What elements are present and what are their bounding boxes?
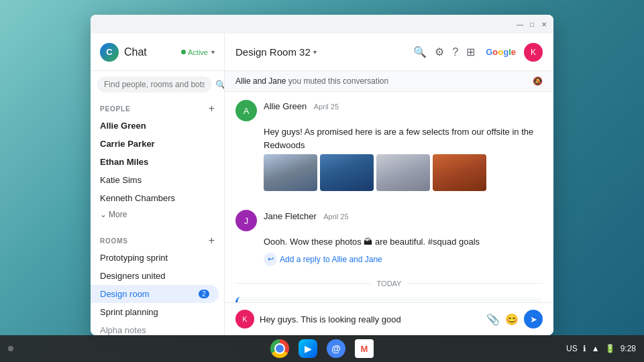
person-name-katie: Katie Sims (100, 175, 142, 185)
reply-arrow-icon: ↩ (264, 253, 277, 266)
search-input[interactable] (97, 76, 211, 93)
chevron-more-icon: ⌄ (100, 210, 107, 219)
sender-info-allie: Allie Green April 25 (264, 100, 339, 112)
play-store-icon[interactable]: ▶ (299, 339, 317, 358)
wifi-icon: ▲ (592, 344, 600, 353)
photo-4[interactable] (433, 154, 486, 191)
room-name-prototyping: Prototyping sprint (100, 253, 168, 263)
room-name-text: Design Room 32 (235, 46, 311, 58)
sidebar-header: C Chat Active ▾ (91, 34, 224, 71)
launcher-icon[interactable] (8, 346, 13, 351)
room-name: Design Room 32 ▾ (235, 46, 317, 58)
message-group-allie: A Allie Green April 25 Hey guys! As prom… (225, 92, 553, 202)
message-input[interactable] (260, 314, 481, 324)
messages-area[interactable]: Allie and Jane you muted this conversati… (225, 71, 553, 302)
emoji-icon[interactable]: 😊 (505, 313, 519, 326)
gmail-icon[interactable]: M (355, 339, 374, 358)
room-chevron-icon[interactable]: ▾ (313, 48, 317, 56)
send-button[interactable]: ➤ (524, 310, 543, 328)
status-label: Active (188, 48, 208, 56)
window-chrome: — □ ✕ (91, 15, 553, 34)
photo-3[interactable] (376, 154, 430, 191)
app-window: — □ ✕ C Chat Active ▾ 🔍 PE (91, 15, 553, 335)
maximize-button[interactable]: □ (528, 20, 536, 28)
app-body: C Chat Active ▾ 🔍 PEOPLE + Allie Green (91, 34, 553, 335)
updated-banner: Updated 2 min ago (235, 297, 543, 303)
network-icon: ℹ (583, 344, 586, 353)
input-actions: 📎 😊 ➤ (486, 310, 543, 328)
sender-name-allie: Allie Green (264, 101, 307, 111)
sidebar-item-katie[interactable]: Katie Sims (91, 171, 219, 189)
add-room-button[interactable]: + (209, 235, 215, 246)
reply-label: Add a reply (280, 255, 321, 264)
search-header-icon[interactable]: 🔍 (413, 46, 427, 58)
photos-row (264, 154, 543, 191)
avatar-jane: J (235, 210, 257, 231)
sender-name-jane: Jane Fletcher (264, 211, 317, 221)
grid-icon[interactable]: ⊞ (466, 46, 475, 58)
room-name-alpha: Alpha notes (100, 325, 146, 335)
sidebar-item-carrie[interactable]: Carrie Parker (91, 135, 219, 153)
message-sender-row-jane: J Jane Fletcher April 25 (235, 210, 543, 231)
sidebar: C Chat Active ▾ 🔍 PEOPLE + Allie Green (91, 34, 225, 335)
search-bar: 🔍 (91, 71, 224, 98)
sender-info-jane: Jane Fletcher April 25 (264, 210, 349, 222)
chevron-down-icon: ▾ (211, 48, 215, 56)
status-badge[interactable]: Active ▾ (181, 48, 215, 56)
region-label: US (566, 344, 578, 353)
sidebar-item-alpha[interactable]: Alpha notes (91, 321, 219, 335)
sidebar-item-ethan[interactable]: Ethan Miles (91, 153, 219, 171)
app-title: Chat (124, 46, 178, 58)
google-logo: Google (486, 47, 516, 57)
person-name-ethan: Ethan Miles (100, 157, 148, 167)
bell-muted-icon[interactable]: 🔕 (533, 76, 543, 86)
reply-to-text: to Allie and Jane (323, 255, 382, 264)
reply-button[interactable]: ↩ Add a reply to Allie and Jane (264, 251, 543, 267)
photo-1[interactable] (264, 154, 317, 191)
muted-notice: Allie and Jane you muted this conversati… (225, 71, 553, 92)
sidebar-item-allie[interactable]: Allie Green (91, 117, 219, 135)
avatar-allie: A (235, 100, 257, 121)
sidebar-item-designers[interactable]: Designers united (91, 267, 219, 285)
sidebar-item-kenneth-p[interactable]: Kenneth Chambers (91, 189, 219, 207)
battery-icon: 🔋 (605, 344, 615, 353)
message-text-jane: Oooh. Wow these photos 🏔 are beautiful. … (264, 235, 543, 249)
chat-header: Design Room 32 ▾ 🔍 ⚙ ? ⊞ Google K (225, 34, 553, 71)
attach-icon[interactable]: 📎 (486, 313, 500, 326)
add-person-button[interactable]: + (209, 103, 215, 114)
people-more-button[interactable]: ⌄ More (91, 207, 224, 222)
sidebar-item-sprint[interactable]: Sprint planning (91, 303, 219, 321)
date-divider-label: TODAY (377, 280, 402, 288)
sidebar-item-design-room[interactable]: Design room 2 (91, 285, 219, 303)
chrome-icon[interactable] (270, 339, 289, 358)
taskbar: ▶ @ M US ℹ ▲ 🔋 9:28 (0, 335, 644, 362)
photo-2[interactable] (320, 154, 374, 191)
header-actions: 🔍 ⚙ ? ⊞ Google K (413, 43, 543, 62)
input-avatar: K (235, 310, 254, 328)
more-label: More (109, 210, 127, 219)
sender-date-allie: April 25 (314, 103, 339, 111)
message-group-jane: J Jane Fletcher April 25 Oooh. Wow these… (225, 202, 553, 273)
sidebar-item-prototyping[interactable]: Prototyping sprint (91, 249, 219, 267)
person-name-kenneth: Kenneth Chambers (100, 193, 175, 203)
help-icon[interactable]: ? (452, 46, 458, 58)
taskbar-center: ▶ @ M (270, 339, 374, 358)
room-name-design: Design room (100, 289, 150, 299)
rooms-section-header: ROOMS + (91, 230, 224, 249)
user-avatar[interactable]: K (524, 43, 543, 62)
muted-text: Allie and Jane you muted this conversati… (235, 76, 388, 86)
clock: 9:28 (621, 344, 636, 353)
person-name-allie: Allie Green (100, 121, 146, 131)
settings-icon[interactable]: ⚙ (435, 46, 444, 58)
people-section-label: PEOPLE (100, 105, 130, 113)
close-button[interactable]: ✕ (540, 20, 548, 28)
design-room-badge: 2 (199, 290, 209, 298)
status-dot (181, 50, 186, 54)
date-divider: TODAY (225, 273, 553, 294)
taskbar-right: US ℹ ▲ 🔋 9:28 (566, 344, 636, 353)
at-icon[interactable]: @ (327, 339, 345, 358)
message-input-area: K 📎 😊 ➤ (225, 302, 553, 335)
taskbar-left (8, 346, 13, 351)
search-icon[interactable]: 🔍 (215, 80, 225, 90)
minimize-button[interactable]: — (516, 20, 524, 28)
